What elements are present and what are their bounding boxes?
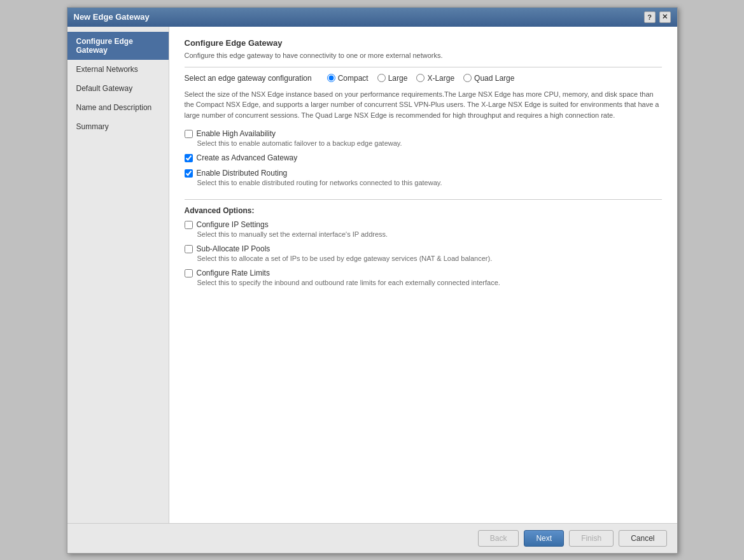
checkbox-rate-limits-desc: Select this to specify the inbound and o… xyxy=(197,279,662,286)
checkbox-configure-ip[interactable] xyxy=(185,221,193,229)
radio-compact-input[interactable] xyxy=(327,74,335,82)
checkbox-rate-limits-row: Configure Rate Limits xyxy=(185,269,662,277)
radio-quadlarge-input[interactable] xyxy=(463,74,472,82)
checkbox-rate-limits-section: Configure Rate Limits Select this to spe… xyxy=(185,269,662,286)
sidebar-item-configure-edge-gateway[interactable]: Configure Edge Gateway xyxy=(67,32,169,60)
title-bar: New Edge Gateway ? ✕ xyxy=(67,8,677,27)
checkbox-configure-ip-section: Configure IP Settings Select this to man… xyxy=(185,220,662,238)
content-area: Configure Edge Gateway External Networks… xyxy=(67,27,677,523)
checkbox-high-availability[interactable] xyxy=(185,130,193,138)
checkbox-high-availability-section: Enable High Availability Select this to … xyxy=(185,129,662,147)
config-select-label: Select an edge gateway configuration xyxy=(185,74,312,83)
footer: Back Next Finish Cancel xyxy=(67,523,677,553)
checkbox-rate-limits-label: Configure Rate Limits xyxy=(197,269,270,277)
checkbox-distributed-routing-desc: Select this to enable distributed routin… xyxy=(197,179,662,186)
advanced-options-title: Advanced Options: xyxy=(185,206,662,215)
section-title: Configure Edge Gateway xyxy=(185,38,662,48)
window-title: New Edge Gateway xyxy=(74,12,150,22)
checkbox-high-availability-row: Enable High Availability xyxy=(185,129,662,138)
divider-top xyxy=(185,67,662,67)
section-desc: Configure this edge gateway to have conn… xyxy=(185,52,662,59)
checkbox-high-availability-label: Enable High Availability xyxy=(197,129,276,138)
radio-compact[interactable]: Compact xyxy=(327,74,368,83)
checkbox-sub-allocate[interactable] xyxy=(185,245,193,253)
back-button[interactable]: Back xyxy=(478,530,519,547)
checkbox-rate-limits[interactable] xyxy=(185,269,193,277)
radio-large[interactable]: Large xyxy=(377,74,408,83)
checkbox-sub-allocate-label: Sub-Allocate IP Pools xyxy=(197,244,270,253)
sidebar-item-external-networks[interactable]: External Networks xyxy=(67,60,169,79)
radio-xlarge[interactable]: X-Large xyxy=(416,74,454,83)
description-text: Select the size of the NSX Edge instance… xyxy=(185,89,662,121)
checkbox-distributed-routing[interactable] xyxy=(185,169,193,178)
checkbox-configure-ip-desc: Select this to manually set the external… xyxy=(197,230,662,238)
sidebar-item-default-gateway[interactable]: Default Gateway xyxy=(67,79,169,98)
advanced-options-section: Advanced Options: Configure IP Settings … xyxy=(185,199,662,286)
help-button[interactable]: ? xyxy=(644,11,656,23)
checkbox-advanced-gateway[interactable] xyxy=(185,154,193,162)
checkbox-advanced-gateway-label: Create as Advanced Gateway xyxy=(197,153,298,162)
sidebar-item-name-and-description[interactable]: Name and Description xyxy=(67,98,169,117)
checkbox-distributed-routing-section: Enable Distributed Routing Select this t… xyxy=(185,169,662,186)
radio-quadlarge-label: Quad Large xyxy=(474,74,514,83)
radio-quadlarge[interactable]: Quad Large xyxy=(463,74,514,83)
checkbox-configure-ip-label: Configure IP Settings xyxy=(197,220,269,229)
window: New Edge Gateway ? ✕ Configure Edge Gate… xyxy=(67,7,678,554)
sidebar: Configure Edge Gateway External Networks… xyxy=(67,27,169,523)
cancel-button[interactable]: Cancel xyxy=(619,530,666,547)
checkbox-advanced-gateway-row: Create as Advanced Gateway xyxy=(185,153,662,162)
checkbox-distributed-routing-label: Enable Distributed Routing xyxy=(197,169,288,178)
checkbox-advanced-gateway-section: Create as Advanced Gateway xyxy=(185,153,662,162)
sidebar-item-summary[interactable]: Summary xyxy=(67,117,169,136)
radio-large-label: Large xyxy=(388,74,408,83)
checkbox-distributed-routing-row: Enable Distributed Routing xyxy=(185,169,662,178)
radio-compact-label: Compact xyxy=(338,74,368,83)
checkbox-high-availability-desc: Select this to enable automatic failover… xyxy=(197,139,662,147)
checkbox-sub-allocate-row: Sub-Allocate IP Pools xyxy=(185,244,662,253)
divider-advanced xyxy=(185,199,662,200)
close-button[interactable]: ✕ xyxy=(659,11,671,23)
next-button[interactable]: Next xyxy=(524,530,564,547)
checkbox-configure-ip-row: Configure IP Settings xyxy=(185,220,662,229)
radio-row: Select an edge gateway configuration Com… xyxy=(185,74,662,83)
checkbox-sub-allocate-desc: Select this to allocate a set of IPs to … xyxy=(197,255,662,262)
checkbox-sub-allocate-section: Sub-Allocate IP Pools Select this to all… xyxy=(185,244,662,262)
radio-xlarge-label: X-Large xyxy=(427,74,454,83)
radio-xlarge-input[interactable] xyxy=(416,74,425,82)
finish-button[interactable]: Finish xyxy=(569,530,614,547)
radio-large-input[interactable] xyxy=(377,74,386,82)
main-content: Configure Edge Gateway Configure this ed… xyxy=(169,27,677,523)
title-bar-controls: ? ✕ xyxy=(644,11,671,23)
